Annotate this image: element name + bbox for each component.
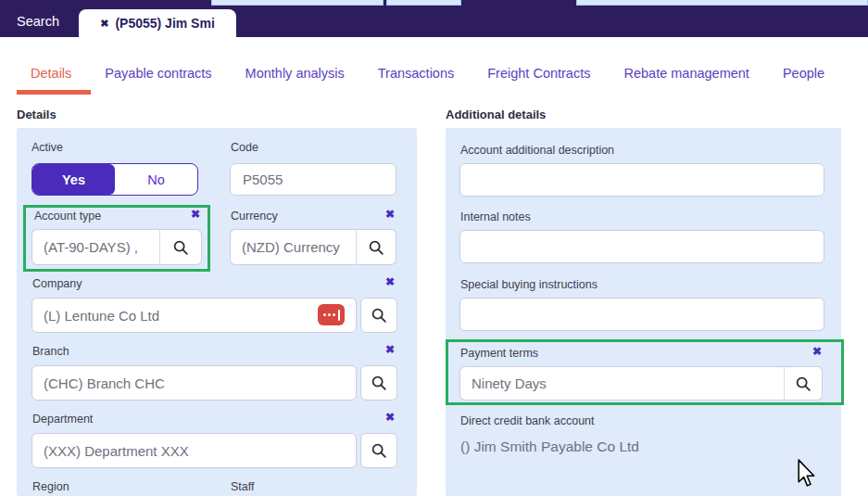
company-input[interactable] <box>31 298 357 333</box>
internal-notes-label: Internal notes <box>460 210 531 223</box>
account-type-label: Account type <box>34 210 101 223</box>
department-search-button[interactable] <box>360 433 397 468</box>
tab-search[interactable]: Search <box>17 6 59 37</box>
tab-payable-contracts[interactable]: Payable contracts <box>105 66 211 81</box>
payment-terms-clear-icon[interactable]: ✖ <box>812 346 822 357</box>
app-window: Search ✖ (P5055) Jim Smi Details Payable… <box>0 0 868 496</box>
tab-record-label: (P5055) Jim Smi <box>115 16 214 31</box>
search-icon <box>371 307 387 324</box>
nav-tabs: Details Payable contracts Monthly analys… <box>0 57 868 89</box>
code-input[interactable] <box>230 163 396 196</box>
department-input[interactable] <box>31 433 357 468</box>
autofill-extension-icon[interactable] <box>318 304 345 325</box>
window-tab-bar: Search ✖ (P5055) Jim Smi <box>0 6 868 37</box>
branch-search-button[interactable] <box>360 365 397 401</box>
special-buying-instructions-input[interactable] <box>459 298 824 331</box>
tab-details[interactable]: Details <box>31 66 71 81</box>
account-additional-description-input[interactable] <box>459 163 824 197</box>
tab-freight-contracts[interactable]: Freight Contracts <box>487 66 590 81</box>
additional-details-heading: Additional details <box>446 108 546 121</box>
department-clear-icon[interactable]: ✖ <box>385 412 395 423</box>
currency-label: Currency <box>231 210 278 223</box>
company-label: Company <box>32 277 82 290</box>
internal-notes-input[interactable] <box>459 230 824 263</box>
branch-clear-icon[interactable]: ✖ <box>385 344 395 355</box>
tab-record[interactable]: ✖ (P5055) Jim Smi <box>79 9 236 37</box>
tab-transactions[interactable]: Transactions <box>378 66 454 81</box>
account-type-field <box>31 229 202 265</box>
branch-label: Branch <box>32 345 69 358</box>
search-icon <box>371 375 387 391</box>
close-icon[interactable]: ✖ <box>100 18 108 30</box>
branch-input[interactable] <box>31 365 357 401</box>
account-type-clear-icon[interactable]: ✖ <box>191 209 200 220</box>
account-type-input[interactable] <box>31 229 159 265</box>
currency-search-button[interactable] <box>356 229 396 265</box>
search-icon <box>795 375 811 392</box>
company-search-button[interactable] <box>360 298 397 333</box>
details-heading: Details <box>17 108 57 121</box>
payment-terms-input[interactable] <box>459 366 784 401</box>
currency-clear-icon[interactable]: ✖ <box>385 209 395 220</box>
tab-people[interactable]: People <box>783 66 824 81</box>
search-icon <box>368 239 384 256</box>
direct-credit-bank-account-value: () Jim Smith Payable Co Ltd <box>460 439 639 455</box>
active-no-button[interactable]: No <box>115 164 197 195</box>
active-toggle: Yes No <box>31 163 198 196</box>
region-label: Region <box>32 480 69 493</box>
currency-field <box>230 229 396 265</box>
company-clear-icon[interactable]: ✖ <box>385 276 395 287</box>
active-tab-underline <box>17 90 91 95</box>
payment-terms-search-button[interactable] <box>784 366 823 401</box>
tab-monthly-analysis[interactable]: Monthly analysis <box>245 66 345 81</box>
active-label: Active <box>31 141 63 154</box>
staff-label: Staff <box>231 480 254 493</box>
department-label: Department <box>32 413 93 426</box>
account-type-search-button[interactable] <box>159 229 202 265</box>
payment-terms-field <box>459 366 823 401</box>
special-buying-instructions-label: Special buying instructions <box>460 278 598 291</box>
search-icon <box>172 239 189 256</box>
payment-terms-label: Payment terms <box>460 347 538 360</box>
active-yes-button[interactable]: Yes <box>32 164 115 195</box>
account-additional-description-label: Account additional description <box>460 144 614 157</box>
direct-credit-bank-account-label: Direct credit bank account <box>460 414 595 427</box>
currency-input[interactable] <box>230 229 356 265</box>
tab-search-label: Search <box>17 14 59 29</box>
search-icon <box>371 442 387 459</box>
tab-rebate-management[interactable]: Rebate management <box>623 66 748 81</box>
department-field <box>31 433 397 468</box>
branch-field <box>31 365 397 401</box>
code-label: Code <box>231 141 258 154</box>
